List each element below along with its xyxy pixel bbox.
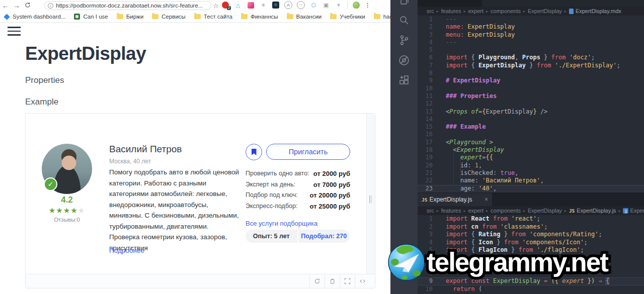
mdx-code-area[interactable]: 1---2name: ExpertDisplay3menu: ExpertDis… <box>418 16 644 192</box>
section-properties[interactable]: Properties <box>25 75 64 85</box>
invite-button[interactable]: Пригласить <box>266 144 350 160</box>
bookmark-item[interactable]: Сервисы <box>152 14 186 20</box>
code-line[interactable]: 16 <box>418 131 644 138</box>
star-icon: ★ <box>70 206 77 215</box>
extension-icon-pink[interactable] <box>247 1 255 9</box>
code-line[interactable]: 1import React from 'react'; <box>418 215 644 223</box>
playground-fullscreen-icon[interactable] <box>340 274 355 288</box>
all-services-link[interactable]: Все услуги подборщика <box>246 220 317 227</box>
code-line[interactable]: 13<Props of={ExpertDisplay} /> <box>418 108 644 116</box>
js-code-area[interactable]: 1import React from 'react';2import cn fr… <box>418 215 644 294</box>
debug-disabled-icon[interactable] <box>398 54 410 66</box>
code-line[interactable]: 2import cn from 'classnames'; <box>418 223 644 231</box>
bookmark-item[interactable]: Учебники <box>330 14 365 20</box>
code-line[interactable]: 6 <box>418 254 644 262</box>
playground-code-icon[interactable] <box>355 274 370 288</box>
code-line[interactable]: 3menu: ExpertDisplay <box>418 31 644 39</box>
breadcrumb-item[interactable]: ExpertDisplay <box>528 208 562 214</box>
code-line[interactable]: 14 <box>418 116 644 123</box>
extension-icon-a-circle[interactable]: A <box>284 1 292 9</box>
code-line[interactable]: 1--- <box>418 16 644 23</box>
bookmark-item[interactable]: Вакансии <box>287 14 322 20</box>
bookmark-item[interactable]: System dashboard... <box>4 14 65 20</box>
site-info-icon[interactable]: i <box>48 3 53 9</box>
source-control-icon[interactable] <box>398 34 410 46</box>
extension-icon-shield[interactable]: ▼ <box>335 1 343 9</box>
back-icon[interactable]: ← <box>0 2 11 10</box>
extension-icon-atom[interactable]: ⚛ <box>272 1 280 9</box>
code-line[interactable]: 6import { Playground, Props } from 'docz… <box>418 54 644 61</box>
extension-icon-alien[interactable] <box>352 1 360 9</box>
breadcrumb-symbol[interactable]: [] ExpertDisp <box>623 208 644 214</box>
code-line[interactable]: 21 isChecked: true, <box>418 169 644 177</box>
code-line[interactable]: 19 expert={{ <box>418 154 644 161</box>
code-line[interactable]: 17<Playground > <box>418 139 644 146</box>
tab-expertdisplay-js[interactable]: JS ExpertDisplay.js × <box>418 193 492 206</box>
code-line[interactable]: 4--- <box>418 39 644 46</box>
breadcrumb-separator: ▸ <box>437 9 439 14</box>
expert-card: ✓ 4.2 ★★★★★ Отзывы:0 Василий Петров Моск… <box>25 113 375 288</box>
extension-icon-snowflake[interactable]: ✳ <box>259 1 267 9</box>
bookmark-item[interactable]: Финаннсы <box>241 14 278 20</box>
extension-icon-info-circle[interactable]: ⋅⋅ <box>297 1 305 9</box>
code-line[interactable]: 4import { Icon } from 'components/Icon'; <box>418 239 644 247</box>
breadcrumb-item[interactable]: src <box>427 208 434 214</box>
extensions-icon[interactable] <box>398 74 410 86</box>
breadcrumb-file[interactable]: JS ExpertDisplay.js <box>569 208 616 214</box>
bookmark-item[interactable]: Can I use <box>74 14 108 20</box>
code-line[interactable]: 10 return ( <box>418 285 644 293</box>
code-line[interactable]: 15### Example <box>418 123 644 131</box>
code-line[interactable]: 11### Properties <box>418 92 644 100</box>
breadcrumb-item[interactable]: src <box>427 8 434 14</box>
search-icon[interactable] <box>398 14 410 26</box>
code-line[interactable]: 23 age: '40', <box>418 185 644 192</box>
breadcrumb-item[interactable]: features <box>441 208 461 214</box>
code-line[interactable]: 8 <box>418 270 644 278</box>
more-link[interactable]: Подробнее <box>109 247 144 254</box>
save-expert-button[interactable] <box>246 144 262 160</box>
extension-icon-triangle[interactable]: △ <box>234 1 242 9</box>
bookmark-item[interactable]: Биржи <box>117 14 143 20</box>
code-line[interactable]: 8 <box>418 69 644 77</box>
code-line[interactable]: 18 <ExpertDisplay <box>418 146 644 154</box>
line-number: 4 <box>418 39 433 46</box>
code-line[interactable]: 10 <box>418 85 644 92</box>
code-line[interactable]: 5 <box>418 46 644 54</box>
code-text <box>433 270 446 278</box>
code-line[interactable]: 7 <box>418 262 644 270</box>
code-line[interactable]: 20 id: 1, <box>418 162 644 169</box>
bookmark-star-icon[interactable]: ☆ <box>213 2 219 10</box>
playground-refresh-icon[interactable] <box>309 274 325 288</box>
breadcrumb-item[interactable]: components <box>491 8 521 14</box>
breadcrumb-item[interactable]: features <box>441 8 461 14</box>
breadcrumb-item[interactable]: components <box>491 208 521 214</box>
breadcrumb-item[interactable]: ExpertDisplay <box>528 8 562 14</box>
code-line[interactable]: 7import { ExpertDisplay } from './Expert… <box>418 62 644 69</box>
drag-handle-icon[interactable] <box>369 195 372 203</box>
code-line[interactable]: 9# ExpertDisplay <box>418 77 644 84</box>
bookmark-item[interactable]: Тест сайта <box>194 14 232 20</box>
extension-icon-red[interactable]: 2 <box>221 1 229 9</box>
playground-copy-icon[interactable] <box>325 274 340 288</box>
tab-close-icon[interactable]: × <box>485 196 488 203</box>
breadcrumb-item[interactable]: expert <box>468 208 484 214</box>
address-bar[interactable]: i https://podbormotor-docz.zarabotaet.no… <box>44 1 211 10</box>
code-line[interactable]: 5import { FlagIcon } from './flagIcon'; <box>418 246 644 254</box>
breadcrumb-item[interactable]: expert <box>468 8 484 14</box>
playground-resize-strip[interactable] <box>366 114 375 274</box>
section-example[interactable]: Example <box>25 97 58 107</box>
extension-icon-cube[interactable]: ▣ <box>322 1 330 9</box>
menu-toggle-icon[interactable] <box>8 27 21 38</box>
code-line[interactable]: 12 <box>418 100 644 108</box>
explorer-icon[interactable] <box>398 0 410 7</box>
code-line[interactable]: 22 name: 'Василий Петров', <box>418 177 644 184</box>
breadcrumb-file[interactable]: ExpertDisplay.mdx <box>569 8 621 14</box>
refresh-icon[interactable] <box>22 2 33 10</box>
browser-menu-icon[interactable]: ⋮ <box>365 2 370 9</box>
code-line[interactable]: 9export const ExpertDisplay = ({ expert … <box>418 277 644 285</box>
code-line[interactable]: 2name: ExpertDisplay <box>418 23 644 31</box>
breadcrumbs-bottom: src▸features▸expert▸components▸ExpertDis… <box>418 206 644 215</box>
code-line[interactable]: 3import { Rating } from 'components/Rati… <box>418 231 644 239</box>
forward-icon[interactable]: → <box>11 2 22 10</box>
extension-icon-gear[interactable]: ⬡ <box>309 1 317 9</box>
